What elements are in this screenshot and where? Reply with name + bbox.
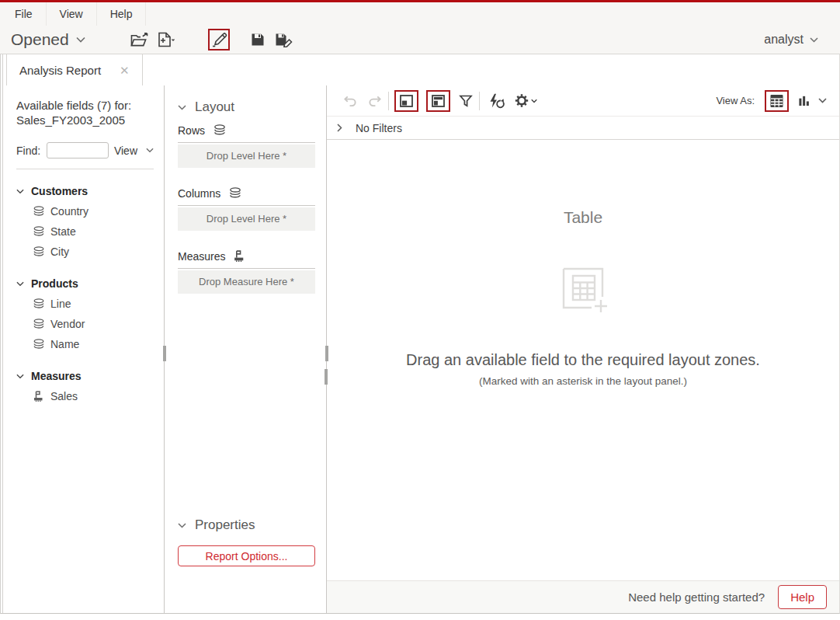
settings-button[interactable] [514, 93, 537, 108]
properties-section-toggle[interactable]: Properties [178, 514, 315, 536]
layers-icon [33, 338, 45, 350]
user-name: analyst [764, 33, 804, 47]
tree-group-measures[interactable]: Measures [16, 366, 154, 386]
rows-drop-zone[interactable]: Drop Level Here * [178, 145, 315, 168]
tab-analysis-report[interactable]: Analysis Report ✕ [6, 54, 143, 85]
layers-icon [228, 186, 242, 200]
field-label: Sales [50, 390, 78, 402]
field-label: State [50, 225, 76, 238]
bar-chart-icon [797, 94, 811, 107]
layout-panel: Layout Rows Drop Level Here * Columns [165, 85, 327, 613]
chevron-down-icon [16, 189, 24, 194]
opened-dropdown[interactable]: Opened [11, 30, 85, 49]
menu-view[interactable]: View [47, 2, 97, 26]
help-button[interactable]: Help [778, 585, 827, 609]
fields-panel-title: Available fields (7) for: Sales_FY2003_2… [16, 98, 154, 127]
properties-section-title: Properties [195, 517, 255, 533]
field-country[interactable]: Country [16, 201, 154, 221]
save-button[interactable] [247, 29, 269, 51]
tree-group-products[interactable]: Products [16, 273, 154, 294]
report-options-button[interactable]: Report Options... [178, 545, 315, 566]
menu-help[interactable]: Help [97, 2, 147, 26]
save-floppy-icon [250, 32, 266, 47]
tab-close-icon[interactable]: ✕ [120, 64, 130, 76]
toggle-fields-panel-button[interactable] [426, 90, 450, 112]
field-label: Country [50, 205, 89, 218]
field-city[interactable]: City [16, 242, 154, 262]
panel-resize-handle[interactable] [325, 346, 328, 361]
filter-icon [458, 94, 474, 108]
tree-group-label: Customers [31, 185, 88, 197]
chevron-down-icon [810, 37, 818, 43]
refresh-data-button[interactable] [487, 93, 506, 109]
new-report-button[interactable] [155, 29, 177, 51]
chevron-down-icon [16, 281, 24, 287]
pencil-icon [210, 31, 227, 48]
rows-zone: Rows Drop Level Here * [178, 124, 315, 168]
report-canvas-panel: View As: [327, 85, 839, 613]
filters-expander[interactable] [337, 124, 342, 132]
field-state[interactable]: State [16, 221, 154, 242]
field-label: Name [50, 338, 79, 350]
field-line[interactable]: Line [16, 294, 154, 314]
canvas-toolbar: View As: [327, 85, 839, 117]
field-sales[interactable]: Sales [16, 386, 154, 406]
toggle-layout-panel-button[interactable] [394, 90, 418, 112]
chevron-down-icon [178, 105, 186, 110]
panel-resize-handle[interactable] [163, 346, 166, 361]
chevron-down-icon [146, 148, 154, 153]
edit-mode-button[interactable] [208, 29, 230, 51]
measures-zone-label: Measures [178, 250, 225, 263]
rows-zone-label: Rows [178, 124, 205, 137]
chevron-down-icon [16, 374, 24, 379]
redo-button[interactable] [366, 94, 383, 107]
view-dropdown[interactable]: View [114, 145, 154, 157]
layers-icon [33, 205, 45, 218]
chart-view-button[interactable] [797, 94, 811, 107]
workspace: Analysis Report ✕ Available fields (7) f… [0, 54, 840, 614]
panel-resize-handle[interactable] [325, 369, 328, 385]
measures-zone: Measures Drop Measure Here * [178, 249, 315, 294]
chevron-down-icon [818, 98, 827, 103]
tab-label: Analysis Report [19, 64, 101, 77]
chevron-down-icon [531, 99, 537, 103]
columns-zone: Columns Drop Level Here * [178, 186, 315, 231]
panel-bottom-left-icon [398, 93, 415, 109]
undo-button[interactable] [342, 94, 359, 107]
measures-drop-zone[interactable]: Drop Measure Here * [178, 270, 315, 294]
field-label: Vendor [50, 318, 85, 330]
empty-table-icon [557, 263, 609, 314]
lightning-refresh-icon [487, 93, 506, 109]
save-as-button[interactable] [273, 29, 295, 51]
layers-icon [33, 225, 45, 238]
find-input[interactable] [47, 142, 109, 158]
layout-section-toggle[interactable]: Layout [178, 96, 315, 118]
columns-drop-zone[interactable]: Drop Level Here * [178, 207, 315, 231]
view-as-dropdown[interactable] [818, 98, 827, 103]
fields-divider [16, 169, 154, 169]
user-menu[interactable]: analyst [764, 33, 829, 47]
report-canvas[interactable]: Table Drag an [327, 140, 839, 580]
table-view-button[interactable] [765, 90, 789, 112]
table-view-icon [769, 93, 785, 109]
open-report-button[interactable] [129, 29, 151, 51]
layers-icon [33, 246, 45, 258]
chevron-down-icon [178, 523, 186, 528]
field-name[interactable]: Name [16, 334, 154, 354]
application-window: File View Help Opened [0, 0, 840, 620]
layers-icon [33, 318, 45, 330]
fields-title-line1: Available fields (7) for: [16, 98, 154, 113]
tree-group-customers[interactable]: Customers [16, 181, 154, 201]
view-as-group: View As: [716, 90, 830, 112]
chevron-down-icon [76, 37, 85, 43]
gear-icon [514, 93, 529, 108]
undo-icon [342, 94, 359, 107]
open-folder-icon [130, 32, 149, 48]
layers-icon [213, 124, 227, 137]
toolbar-divider [388, 92, 389, 110]
menu-file[interactable]: File [2, 2, 47, 26]
field-vendor[interactable]: Vendor [16, 314, 154, 334]
tree-group-label: Measures [31, 370, 82, 382]
field-label: Line [50, 298, 71, 310]
filter-button[interactable] [458, 94, 474, 108]
